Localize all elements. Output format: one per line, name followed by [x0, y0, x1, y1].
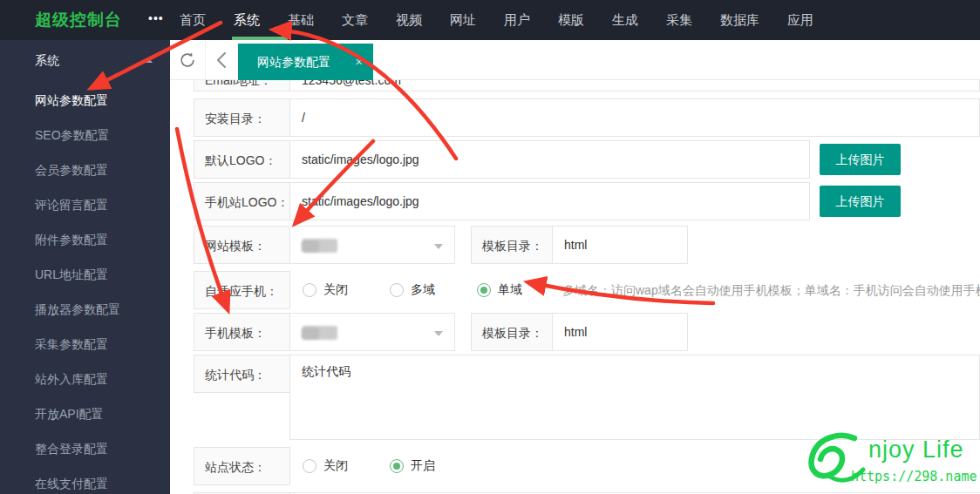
site-template-select[interactable] [289, 226, 455, 264]
sidebar-item-open-api[interactable]: 开放API配置 [0, 396, 170, 431]
nav-item-url[interactable]: 网址 [436, 0, 490, 40]
sidebar-menu: 网站参数配置 SEO参数配置 会员参数配置 评论留言配置 附件参数配置 URL地… [0, 83, 170, 494]
template-dir-field[interactable]: html [552, 226, 688, 264]
sidebar-item-external-storage[interactable]: 站外入库配置 [0, 362, 170, 396]
admin-console-page: 超级控制台 ••• 首页 系统 基础 文章 视频 网址 用户 模版 生成 采集 … [0, 0, 980, 494]
sidebar-group-label: 系统 [35, 53, 59, 67]
form-row-email: Email地址： 123456@test.com [194, 80, 980, 91]
sidebar-item-site-params[interactable]: 网站参数配置 [0, 83, 170, 118]
nav-item-video[interactable]: 视频 [382, 0, 436, 40]
adaptive-label: 自适应手机： [194, 271, 290, 309]
form-row-stats-code: 统计代码： 统计代码 [194, 355, 980, 440]
nav-item-database[interactable]: 数据库 [706, 0, 773, 40]
mobile-template-select[interactable] [289, 313, 455, 351]
radio-label: 多域 [411, 282, 435, 298]
sidebar-item-integrated-login[interactable]: 整合登录配置 [0, 431, 170, 466]
chevron-down-icon [434, 244, 443, 249]
radio-label: 关闭 [323, 282, 348, 298]
stats-code-textarea[interactable]: 统计代码 [289, 355, 980, 440]
radio-icon-selected[interactable] [477, 283, 491, 297]
top-nav: 首页 系统 基础 文章 视频 网址 用户 模版 生成 采集 数据库 应用 [166, 0, 827, 40]
topbar: 超级控制台 ••• 首页 系统 基础 文章 视频 网址 用户 模版 生成 采集 … [0, 0, 980, 40]
active-nav-indicator [232, 37, 288, 40]
sidebar-item-collect-params[interactable]: 采集参数配置 [0, 327, 170, 362]
mobile-logo-field[interactable]: static/images/logo.jpg [289, 182, 810, 220]
form-panel: Email地址： 123456@test.com 安装目录： / 默认LOGO：… [170, 80, 980, 494]
radio-icon[interactable] [303, 283, 316, 297]
form-row-site-status: 站点状态： 关闭 开启 [194, 447, 980, 485]
collapse-up-icon [144, 58, 153, 63]
upload-image-button[interactable]: 上传图片 [820, 144, 901, 175]
sidebar: 系统 网站参数配置 SEO参数配置 会员参数配置 评论留言配置 附件参数配置 U… [0, 40, 170, 494]
mobile-template-label: 手机模板： [194, 313, 290, 351]
upload-image-button-mobile[interactable]: 上传图片 [820, 186, 901, 217]
mobile-template-dir-label: 模板目录： [471, 313, 553, 351]
sidebar-item-seo-params[interactable]: SEO参数配置 [0, 118, 170, 152]
nav-item-template[interactable]: 模版 [544, 0, 598, 40]
adaptive-hint-text: 多域名：访问wap域名会自动使用手机模板；单域名：手机访问会自动使用手机模板 [562, 271, 980, 309]
form-row-mobile-logo: 手机站LOGO： static/images/logo.jpg 上传图片 [194, 182, 901, 220]
install-dir-field[interactable]: / [289, 98, 980, 137]
tab-site-params[interactable]: 网站参数配置 × [238, 44, 373, 80]
radio-status-off[interactable]: 关闭 [303, 447, 348, 485]
mobile-template-dir-field[interactable]: html [552, 313, 688, 351]
nav-item-home[interactable]: 首页 [166, 0, 220, 40]
sidebar-item-member-params[interactable]: 会员参数配置 [0, 152, 170, 187]
form-row-mobile-template: 手机模板： 模板目录： html [194, 313, 688, 351]
radio-icon[interactable] [390, 283, 404, 297]
redacted-value [302, 240, 319, 252]
sidebar-item-comment-config[interactable]: 评论留言配置 [0, 187, 170, 222]
refresh-button[interactable] [170, 40, 206, 79]
nav-item-basic[interactable]: 基础 [274, 0, 328, 40]
app-logo: 超级控制台 [35, 0, 122, 40]
back-button[interactable] [206, 40, 237, 79]
sidebar-item-online-payment[interactable]: 在线支付配置 [0, 466, 170, 494]
template-dir-label: 模板目录： [471, 226, 553, 264]
nav-item-user[interactable]: 用户 [490, 0, 544, 40]
refresh-icon [178, 51, 197, 70]
form-row-default-logo: 默认LOGO： static/images/logo.jpg 上传图片 [194, 140, 901, 179]
stats-code-label: 统计代码： [194, 355, 290, 393]
email-field[interactable]: 123456@test.com [289, 80, 980, 91]
sidebar-item-attachment-params[interactable]: 附件参数配置 [0, 222, 170, 257]
nav-item-system[interactable]: 系统 [220, 0, 274, 40]
form-row-install-dir: 安装目录： / [194, 98, 980, 137]
form-row-site-template: 网站模板： 模板目录： html [194, 226, 688, 264]
chevron-down-icon [434, 331, 443, 336]
chevron-left-icon [214, 51, 229, 70]
radio-label: 单域 [498, 282, 522, 298]
site-template-label: 网站模板： [194, 226, 290, 264]
radio-icon[interactable] [303, 459, 316, 473]
radio-label: 开启 [411, 458, 435, 474]
radio-label: 关闭 [323, 458, 348, 474]
close-icon[interactable]: × [355, 44, 363, 80]
nav-item-collect[interactable]: 采集 [652, 0, 706, 40]
tab-label: 网站参数配置 [257, 55, 330, 69]
radio-adaptive-off[interactable]: 关闭 [303, 271, 348, 309]
sidebar-item-url-config[interactable]: URL地址配置 [0, 257, 170, 292]
nav-item-app[interactable]: 应用 [773, 0, 827, 40]
default-logo-label: 默认LOGO： [194, 140, 290, 179]
tab-toolbar: 网站参数配置 × [170, 40, 980, 80]
more-icon[interactable]: ••• [148, 0, 164, 37]
radio-icon-selected[interactable] [390, 459, 404, 473]
radio-adaptive-single-domain[interactable]: 单域 [477, 271, 522, 309]
redacted-value [302, 328, 319, 339]
mobile-logo-label: 手机站LOGO： [194, 182, 290, 220]
radio-status-on[interactable]: 开启 [390, 447, 435, 485]
sidebar-group-system[interactable]: 系统 [0, 40, 170, 80]
nav-item-article[interactable]: 文章 [328, 0, 382, 40]
form-row-adaptive: 自适应手机： 关闭 多域 单域 多域名：访问wap域名会自动使用手机模板；单域名… [194, 271, 980, 309]
site-status-label: 站点状态： [194, 447, 290, 485]
nav-item-generate[interactable]: 生成 [598, 0, 652, 40]
sidebar-item-player-params[interactable]: 播放器参数配置 [0, 292, 170, 327]
default-logo-field[interactable]: static/images/logo.jpg [289, 140, 810, 179]
email-label: Email地址： [194, 80, 290, 91]
install-dir-label: 安装目录： [194, 98, 290, 137]
radio-adaptive-multi-domain[interactable]: 多域 [390, 271, 435, 309]
